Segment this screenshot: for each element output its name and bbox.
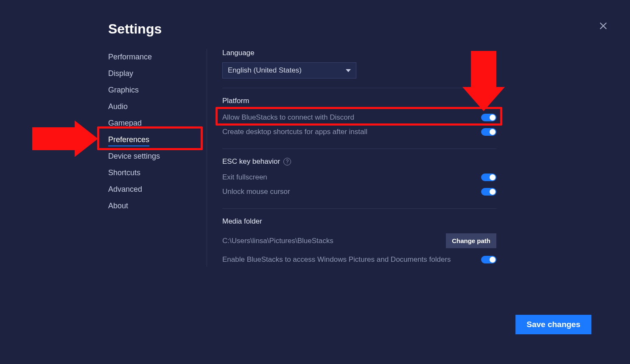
close-button[interactable]	[599, 21, 608, 31]
language-select[interactable]: English (United States)	[222, 62, 356, 78]
unlock-cursor-label: Unlock mouse cursor	[222, 188, 290, 196]
media-folder-path: C:\Users\linsa\Pictures\BlueStacks	[222, 237, 333, 245]
toggle-knob-icon	[490, 257, 496, 263]
exit-fullscreen-toggle[interactable]	[481, 174, 496, 181]
unlock-cursor-toggle[interactable]	[481, 188, 496, 196]
sidebar-item-graphics[interactable]: Graphics	[108, 82, 202, 98]
platform-section-label: Platform	[222, 97, 496, 105]
sidebar-item-advanced[interactable]: Advanced	[108, 181, 202, 198]
desktop-shortcuts-label: Create desktop shortcuts for apps after …	[222, 128, 367, 136]
sidebar-item-label: Shortcuts	[108, 168, 140, 177]
sidebar-item-label: Performance	[108, 53, 152, 61]
help-icon[interactable]: ?	[283, 158, 291, 165]
settings-sidebar: Performance Display Graphics Audio Gamep…	[108, 49, 207, 267]
sidebar-item-device-settings[interactable]: Device settings	[108, 148, 202, 165]
sidebar-item-audio[interactable]: Audio	[108, 98, 202, 115]
sidebar-item-about[interactable]: About	[108, 198, 202, 214]
change-path-button[interactable]: Change path	[446, 233, 496, 248]
language-selected-value: English (United States)	[228, 66, 302, 75]
sidebar-item-label: Preferences	[108, 135, 149, 146]
windows-access-toggle[interactable]	[481, 256, 496, 263]
divider	[222, 208, 496, 209]
toggle-knob-icon	[490, 174, 496, 180]
page-title: Settings	[108, 21, 613, 37]
close-icon	[599, 21, 608, 31]
sidebar-item-label: Graphics	[108, 86, 139, 94]
language-section-label: Language	[222, 49, 496, 57]
sidebar-item-performance[interactable]: Performance	[108, 49, 202, 65]
sidebar-item-label: Advanced	[108, 185, 142, 193]
chevron-down-icon	[346, 69, 351, 72]
sidebar-item-gamepad[interactable]: Gamepad	[108, 115, 202, 132]
annotation-arrow-left-icon	[32, 120, 98, 157]
sidebar-item-label: About	[108, 202, 128, 210]
sidebar-item-preferences[interactable]: Preferences	[108, 132, 202, 148]
exit-fullscreen-label: Exit fullscreen	[222, 173, 267, 182]
sidebar-item-label: Display	[108, 69, 133, 78]
toggle-knob-icon	[490, 189, 496, 195]
toggle-knob-icon	[490, 115, 496, 120]
sidebar-item-label: Device settings	[108, 152, 160, 160]
toggle-knob-icon	[490, 129, 496, 135]
divider	[222, 148, 496, 149]
settings-content: Language English (United States) Platfor…	[207, 49, 496, 267]
svg-marker-0	[32, 120, 98, 157]
divider	[222, 88, 496, 88]
sidebar-item-shortcuts[interactable]: Shortcuts	[108, 165, 202, 181]
media-section-label: Media folder	[222, 217, 496, 226]
discord-connect-toggle[interactable]	[481, 114, 496, 121]
desktop-shortcuts-toggle[interactable]	[481, 128, 496, 136]
esc-section-label: ESC key behavior	[222, 157, 280, 166]
save-changes-button[interactable]: Save changes	[515, 315, 591, 334]
discord-connect-label: Allow BlueStacks to connect with Discord	[222, 113, 354, 122]
sidebar-item-display[interactable]: Display	[108, 65, 202, 82]
sidebar-item-label: Gamepad	[108, 119, 142, 127]
sidebar-item-label: Audio	[108, 102, 128, 111]
windows-access-label: Enable BlueStacks to access Windows Pict…	[222, 255, 451, 264]
